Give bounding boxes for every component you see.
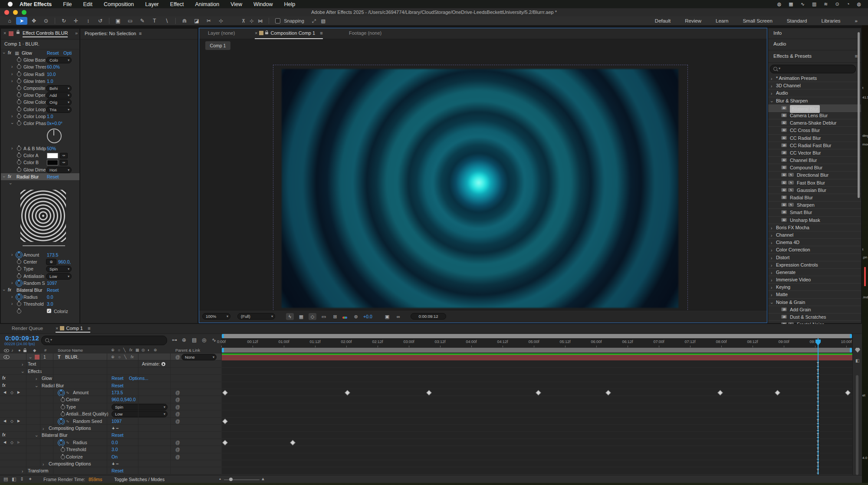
layer-switch-icon[interactable]: ╲: [124, 353, 126, 360]
track-row-5[interactable]: [222, 389, 852, 396]
effects-item-directional-blur[interactable]: 32ϟDirectional Blur: [768, 172, 861, 179]
effects-item-unsharp-mask[interactable]: 32Unsharp Mask: [768, 217, 861, 224]
comp-marker-button[interactable]: [855, 348, 860, 353]
eyedropper-icon[interactable]: ✑: [60, 153, 68, 158]
tool-type[interactable]: T: [149, 17, 160, 25]
chevron-icon[interactable]: ›: [771, 284, 772, 291]
menu-item-window[interactable]: Window: [248, 1, 278, 7]
tool-pan[interactable]: ✛: [70, 17, 82, 25]
mask-visibility-icon[interactable]: ◇: [309, 313, 316, 320]
work-area-bar[interactable]: [222, 348, 852, 353]
stopwatch-icon[interactable]: [17, 86, 21, 90]
grid-icon[interactable]: ▧: [321, 18, 326, 24]
resolution-dropdown[interactable]: (Full)▾: [237, 313, 275, 320]
stopwatch-icon[interactable]: [59, 441, 63, 445]
effects-item-dust-scratches[interactable]: 16Dust & Scratches: [768, 313, 861, 321]
clock-icon[interactable]: ◍: [857, 1, 861, 7]
param-value[interactable]: On: [112, 453, 118, 460]
layer-switch-icon[interactable]: ☼: [118, 353, 121, 360]
chevron-right-icon[interactable]: ›: [11, 71, 13, 78]
work-area-start-handle[interactable]: [222, 348, 224, 353]
timeline-row-antiali-best-quality[interactable]: Antiali...Best Quality)Low▾@: [0, 410, 221, 417]
expression-pickwhip-icon[interactable]: @: [175, 439, 180, 446]
effects-item-compound-blur[interactable]: 32Compound Blur: [768, 164, 861, 172]
param-value[interactable]: 1.0: [47, 78, 53, 85]
track-row-15[interactable]: [222, 460, 852, 467]
param-value[interactable]: 1097: [112, 418, 122, 425]
param-dropdown[interactable]: Low▾: [112, 411, 168, 417]
stopwatch-icon[interactable]: [17, 93, 21, 97]
keyframe-next-icon[interactable]: ▶: [17, 418, 20, 425]
pin-star-icon[interactable]: ⊹: [250, 18, 253, 24]
view-options-icon[interactable]: ⊞: [331, 313, 339, 320]
timeline-navigator-bar[interactable]: [222, 334, 852, 338]
link-reset[interactable]: Reset: [112, 432, 123, 439]
effects-category-animation-presets[interactable]: ›* Animation Presets: [768, 75, 861, 82]
param-value[interactable]: 10.0: [47, 71, 56, 78]
param-value[interactable]: 960.0,: [58, 258, 71, 265]
effect-reset-link[interactable]: Reset: [47, 49, 59, 56]
stopwatch-icon[interactable]: [17, 302, 21, 306]
expression-pickwhip-icon[interactable]: @: [175, 389, 180, 396]
menu-item-help[interactable]: Help: [278, 1, 301, 7]
center-point-button[interactable]: ⊕: [46, 259, 56, 265]
workspace-review[interactable]: Review: [685, 18, 701, 23]
timeline-row-threshold[interactable]: Threshold3.0@: [0, 446, 221, 453]
workspace-[interactable]: »: [855, 18, 858, 23]
param-value[interactable]: 173.5: [47, 251, 58, 258]
effects-category-audio[interactable]: ›Audio: [768, 89, 861, 97]
effects-item-cc-radial-fast-blur[interactable]: 16CC Radial Fast Blur: [768, 142, 861, 149]
exposure-shutter-icon[interactable]: ⊛: [352, 313, 360, 320]
keyframe-next-icon[interactable]: ▶: [17, 389, 20, 396]
timeline-row-random-seed[interactable]: ◀◇▶∿Random Seed1097@: [0, 418, 221, 425]
phase-dial[interactable]: [47, 129, 62, 143]
layer-switch-icon[interactable]: fx: [131, 353, 134, 360]
animate-play-icon[interactable]: [161, 362, 165, 366]
timeline-scrollbar[interactable]: [856, 375, 858, 475]
chevron-icon[interactable]: ›: [771, 232, 772, 239]
panel-menu-icon[interactable]: ≡: [139, 31, 141, 36]
stopwatch-icon[interactable]: [17, 295, 21, 299]
tool-selection[interactable]: ➤: [16, 17, 27, 25]
navigator-start-handle[interactable]: [222, 334, 224, 338]
keyframe-icon[interactable]: [536, 390, 541, 396]
chevron-icon[interactable]: ›: [771, 225, 772, 232]
show-snapshot-icon[interactable]: ∞: [395, 313, 402, 320]
expression-pickwhip-icon[interactable]: @: [175, 453, 180, 460]
stopwatch-icon[interactable]: [59, 391, 63, 395]
stopwatch-icon[interactable]: [61, 398, 65, 402]
tab-footage[interactable]: Footage (none): [349, 28, 381, 38]
tool-dolly[interactable]: ↕: [82, 17, 94, 25]
apple-logo-icon[interactable]: [8, 2, 13, 7]
footer-icon-2[interactable]: ⇕: [20, 476, 24, 482]
chevron-icon[interactable]: ›: [771, 277, 772, 284]
effects-item-bilateral-blur[interactable]: 32Bilateral Blur: [768, 105, 861, 112]
param-dropdown[interactable]: Spin▾: [46, 266, 72, 272]
chevron-icon[interactable]: ›: [768, 302, 775, 304]
effects-item-camera-lens-blur[interactable]: 32Camera Lens Blur: [768, 112, 861, 119]
effects-category-matte[interactable]: ›Matte: [768, 291, 861, 298]
param-label[interactable]: Amount: [73, 389, 89, 396]
search-scope-caret[interactable]: ▾: [779, 66, 780, 70]
timeline-row-bilateral-blur[interactable]: fx›Bilateral BlurReset: [0, 432, 221, 439]
effect-header-radial-blur[interactable]: ›fxRadial BlurReset: [1, 173, 79, 180]
effects-category-generate[interactable]: ›Generate: [768, 269, 861, 276]
chevron-down-icon[interactable]: ›: [9, 122, 16, 124]
link-reset[interactable]: Reset: [112, 467, 123, 474]
menu-item-after-effects[interactable]: After Effects: [20, 1, 57, 7]
fast-preview-icon[interactable]: ϟ: [286, 313, 294, 320]
menu-item-file[interactable]: File: [57, 1, 77, 7]
chevron-right-icon[interactable]: ›: [11, 251, 13, 258]
chevron-down-icon[interactable]: ›: [0, 176, 7, 177]
effect-opti-link[interactable]: Opti: [63, 49, 72, 56]
transparency-grid-icon[interactable]: ▦: [297, 313, 305, 320]
layer-name[interactable]: BLUR.: [65, 353, 79, 360]
stopwatch-icon[interactable]: [17, 267, 21, 271]
timeline-row-radius[interactable]: ◀◇▶∿Radius0.0@: [0, 439, 221, 446]
timeline-search-input[interactable]: ▾: [41, 336, 167, 345]
stopwatch-icon[interactable]: [17, 72, 21, 76]
param-label[interactable]: Center: [66, 396, 80, 403]
tool-rectangle[interactable]: ▭: [125, 17, 136, 25]
param-value[interactable]: 3.0: [112, 446, 118, 453]
menu-item-view[interactable]: View: [225, 1, 248, 7]
